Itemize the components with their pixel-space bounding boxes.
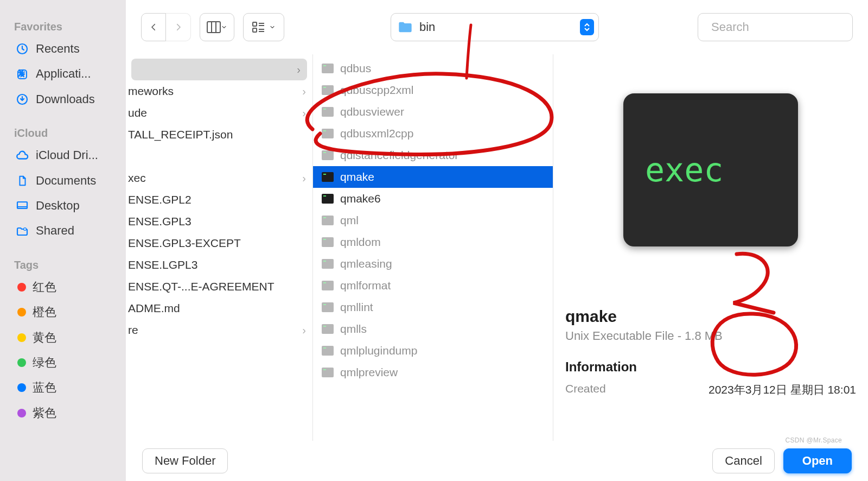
svg-rect-3 [17, 202, 27, 208]
sidebar-item-downloads[interactable]: Downloads [0, 87, 126, 112]
sidebar-item-applications[interactable]: Applicati... [0, 61, 126, 86]
sidebar-item-label: 红色 [33, 280, 56, 294]
list-item[interactable]: qdbusviewer [313, 101, 553, 123]
preview-created-row: Created 2023年3月12日 星期日 18:01 [565, 382, 856, 397]
exec-file-icon [321, 172, 335, 182]
cancel-button[interactable]: Cancel [712, 448, 774, 473]
sidebar-item-icloud-drive[interactable]: iCloud Dri... [0, 143, 126, 168]
exec-file-icon [321, 150, 335, 161]
column-2[interactable]: qdbus qdbuscpp2xml qdbusviewer qdbusxml2… [313, 54, 553, 441]
open-button[interactable]: Open [783, 448, 852, 473]
list-item[interactable]: qml [313, 210, 553, 231]
exec-file-icon [321, 85, 335, 96]
preview-info: qmake Unix Executable File - 1.8 MB Info… [565, 307, 856, 397]
list-item[interactable]: meworks› [126, 80, 312, 102]
tag-dot-icon [17, 283, 26, 292]
exec-file-icon [321, 63, 335, 74]
svg-rect-7 [253, 28, 257, 32]
list-item[interactable]: qmleasing [313, 253, 553, 275]
sidebar: Favorites Recents Applicati... Downloads… [0, 0, 126, 481]
sidebar-item-documents[interactable]: Documents [0, 168, 126, 193]
list-item[interactable]: ENSE.GPL3-EXCEPT [126, 232, 312, 254]
list-item[interactable]: qmllint [313, 296, 553, 318]
nav-group [141, 13, 191, 41]
view-columns-button[interactable] [200, 13, 234, 41]
list-item[interactable]: qdbusxml2cpp [313, 123, 553, 144]
sidebar-item-label: 绿色 [33, 356, 56, 370]
list-item[interactable]: qdbuscpp2xml [313, 79, 553, 101]
sidebar-tag-yellow[interactable]: 黄色 [0, 325, 126, 350]
chevron-right-icon: › [302, 107, 306, 119]
preview-thumb: exec [623, 93, 798, 246]
preview-thumb-label: exec [645, 151, 724, 189]
search-field[interactable] [698, 13, 853, 41]
sidebar-tag-green[interactable]: 绿色 [0, 350, 126, 375]
exec-file-icon [321, 367, 335, 378]
list-item-selected[interactable]: qmake [313, 166, 553, 188]
list-item[interactable]: re› [126, 319, 312, 341]
path-title: bin [419, 20, 573, 34]
svg-rect-6 [253, 22, 257, 26]
sidebar-item-label: 紫色 [33, 406, 56, 420]
preview-panel: exec qmake Unix Executable File - 1.8 MB… [553, 54, 868, 441]
exec-file-icon [321, 106, 335, 117]
search-input[interactable] [711, 20, 860, 34]
svg-rect-5 [207, 22, 220, 33]
list-item[interactable]: qdistancefieldgenerator [313, 144, 553, 166]
download-icon [15, 92, 29, 106]
forward-button[interactable] [166, 13, 191, 41]
list-item[interactable]: › [131, 59, 307, 80]
sidebar-item-label: Desktop [36, 199, 80, 213]
sidebar-item-desktop[interactable]: Desktop [0, 193, 126, 218]
sidebar-item-label: 橙色 [33, 305, 56, 319]
doc-icon [15, 174, 29, 188]
tag-dot-icon [17, 308, 26, 317]
list-item[interactable]: ENSE.GPL2 [126, 189, 312, 211]
column-1[interactable]: › meworks› ude› TALL_RECEIPT.json xec› E… [126, 54, 313, 441]
list-item[interactable]: ADME.md [126, 298, 312, 319]
exec-file-icon [321, 258, 335, 269]
updown-icon [580, 19, 594, 35]
list-item[interactable]: ENSE.QT-...E-AGREEMENT [126, 276, 312, 298]
chevron-right-icon: › [302, 172, 306, 185]
list-item[interactable]: qdbus [313, 58, 553, 79]
list-item[interactable]: qmlplugindump [313, 340, 553, 362]
chevron-right-icon: › [302, 85, 306, 98]
list-item[interactable]: qmldom [313, 231, 553, 253]
sidebar-tag-orange[interactable]: 橙色 [0, 300, 126, 325]
list-item[interactable]: TALL_RECEIPT.json [126, 124, 312, 145]
exec-file-icon [321, 345, 335, 356]
clock-icon [15, 42, 29, 56]
preview-title: qmake [565, 307, 856, 326]
preview-subtitle: Unix Executable File - 1.8 MB [565, 329, 856, 343]
list-item[interactable]: qmlformat [313, 275, 553, 296]
preview-created-label: Created [565, 382, 606, 397]
list-item[interactable]: qmlpreview [313, 362, 553, 383]
sidebar-item-label: 黄色 [33, 331, 56, 345]
toolbar: bin [126, 0, 868, 54]
list-item[interactable]: qmake6 [313, 188, 553, 210]
cloud-icon [15, 148, 29, 162]
exec-file-icon [321, 280, 335, 291]
list-item[interactable]: ude› [126, 102, 312, 124]
back-button[interactable] [141, 13, 166, 41]
sidebar-tag-blue[interactable]: 蓝色 [0, 375, 126, 400]
exec-file-icon [321, 302, 335, 313]
sidebar-item-label: Downloads [36, 92, 95, 106]
chevron-right-icon: › [297, 64, 301, 76]
new-folder-button[interactable]: New Folder [142, 448, 228, 473]
tag-dot-icon [17, 333, 26, 342]
sidebar-tag-red[interactable]: 红色 [0, 275, 126, 300]
list-item[interactable]: ENSE.GPL3 [126, 211, 312, 232]
list-item[interactable]: ENSE.LGPL3 [126, 254, 312, 276]
list-item[interactable]: xec› [126, 167, 312, 189]
group-button[interactable] [243, 13, 284, 41]
sidebar-item-recents[interactable]: Recents [0, 36, 126, 61]
path-dropdown[interactable]: bin [391, 13, 599, 41]
list-item[interactable]: qmlls [313, 318, 553, 340]
tag-dot-icon [17, 358, 26, 367]
list-item [126, 145, 312, 167]
column-browser: › meworks› ude› TALL_RECEIPT.json xec› E… [126, 54, 868, 441]
sidebar-item-shared[interactable]: Shared [0, 218, 126, 243]
sidebar-tag-purple[interactable]: 紫色 [0, 401, 126, 426]
